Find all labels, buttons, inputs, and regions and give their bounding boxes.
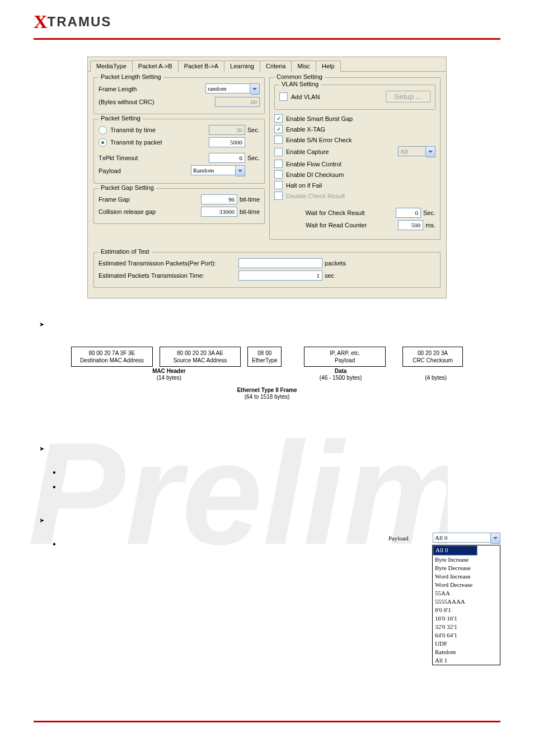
estimation-group: Estimation of Test Estimated Transmissio… bbox=[93, 252, 441, 288]
wait-check-input[interactable] bbox=[396, 208, 421, 218]
logo-text: TRAMUS bbox=[48, 14, 112, 29]
payload-combo-label: Payload bbox=[388, 535, 433, 542]
frame-length-label: Frame Length bbox=[99, 86, 205, 92]
tab-misc[interactable]: Misc bbox=[291, 60, 316, 72]
est-packets-unit: packets bbox=[325, 260, 346, 267]
est-packets-label: Estimated Transmission Packets(Per Port)… bbox=[99, 260, 238, 267]
payload-select[interactable] bbox=[191, 165, 236, 175]
tab-learning[interactable]: Learning bbox=[224, 60, 260, 72]
data-label: Data(46 - 1500 bytes) bbox=[289, 368, 392, 381]
transmit-packet-input[interactable] bbox=[209, 137, 245, 147]
wait-check-unit: Sec. bbox=[423, 209, 435, 216]
payload-option[interactable]: Word Increase bbox=[433, 572, 500, 581]
chevron-down-icon[interactable] bbox=[491, 533, 500, 544]
radio-transmit-time[interactable] bbox=[99, 126, 107, 134]
checkbox-disable-check bbox=[274, 192, 283, 200]
est-time-label: Estimated Packets Transmission Time: bbox=[99, 272, 238, 279]
packet-gap-group: Packet Gap Setting Frame Gapbit-time Col… bbox=[93, 188, 265, 224]
frame-length-select[interactable] bbox=[205, 83, 250, 94]
transmit-packet-label: Transmit by packet bbox=[110, 139, 209, 146]
txpkt-timeout-input[interactable] bbox=[209, 153, 245, 163]
wait-read-unit: ms. bbox=[425, 222, 435, 228]
transmit-time-input[interactable] bbox=[209, 125, 245, 135]
src-mac-cell: 80 00 20 20 3A AESource MAC Address bbox=[160, 347, 241, 367]
ethernet-frame-diagram: 80 00 20 7A 3F 3EDestination MAC Address… bbox=[71, 347, 463, 400]
payload-option[interactable]: 8'0 8'1 bbox=[433, 606, 500, 614]
chevron-down-icon[interactable] bbox=[250, 83, 260, 95]
packet-gap-legend: Packet Gap Setting bbox=[99, 184, 156, 191]
vlan-setting-group: VLAN Setting Add VLAN Setup ... bbox=[274, 85, 435, 110]
capture-label: Enable Capture bbox=[286, 148, 398, 155]
radio-transmit-packet[interactable] bbox=[99, 138, 107, 147]
mac-header-label: MAC Header(14 bytes) bbox=[71, 368, 267, 381]
capture-select[interactable] bbox=[398, 146, 426, 156]
bytes-crc-input[interactable] bbox=[215, 97, 260, 107]
ethernet-title: Ethernet Type II Frame(64 to 1518 bytes) bbox=[71, 387, 463, 400]
chevron-down-icon[interactable] bbox=[236, 165, 245, 176]
payload-option[interactable]: 5555AAAA bbox=[433, 598, 500, 606]
tab-mediatype[interactable]: MediaType bbox=[90, 60, 133, 72]
payload-option[interactable]: All 1 bbox=[433, 656, 500, 665]
checkbox-xtag[interactable] bbox=[274, 125, 283, 133]
settings-dialog: MediaType Packet A->B Packet B->A Learni… bbox=[87, 57, 447, 298]
packet-setting-legend: Packet Setting bbox=[99, 115, 143, 122]
collision-gap-label: Collision release gap bbox=[99, 208, 201, 215]
payload-listbox[interactable]: All 0Byte IncreaseByte DecreaseWord Incr… bbox=[432, 545, 500, 665]
payload-option[interactable]: 55AA bbox=[433, 589, 500, 598]
payload-option[interactable]: 32'0 32'1 bbox=[433, 623, 500, 631]
payload-option[interactable]: UDF bbox=[433, 640, 500, 648]
bullet bbox=[50, 517, 500, 520]
frame-gap-input[interactable] bbox=[201, 194, 237, 204]
payload-option[interactable]: Byte Decrease bbox=[433, 564, 500, 572]
payload-option[interactable]: All 0 bbox=[433, 545, 477, 556]
payload-cell: IP, ARP, etc.Payload bbox=[304, 347, 386, 367]
tab-help[interactable]: Help bbox=[316, 60, 341, 72]
frame-gap-unit: bit-time bbox=[240, 196, 260, 203]
smart-burst-label: Enable Smart Burst Gap bbox=[286, 115, 353, 122]
checkbox-add-vlan[interactable] bbox=[279, 92, 288, 101]
tab-criteria[interactable]: Criteria bbox=[260, 60, 292, 72]
payload-option[interactable]: Word Decrease bbox=[433, 581, 500, 589]
crc-cell: 00 20 20 3ACRC Checksum bbox=[402, 347, 463, 367]
payload-option[interactable]: 64'0 64'1 bbox=[433, 631, 500, 640]
bullet bbox=[50, 445, 500, 449]
est-time-unit: sec bbox=[325, 272, 334, 279]
bullet bbox=[50, 321, 500, 324]
sn-error-label: Enable S/N Error Check bbox=[286, 137, 352, 143]
common-setting-group: Common Setting VLAN Setting Add VLAN Set… bbox=[269, 77, 441, 240]
common-setting-legend: Common Setting bbox=[274, 73, 325, 80]
payload-label: Payload bbox=[99, 167, 191, 174]
payload-option[interactable]: Random bbox=[433, 648, 500, 656]
logo-x: X bbox=[34, 11, 48, 32]
tab-packet-ab[interactable]: Packet A->B bbox=[132, 60, 179, 72]
checkbox-smart-burst[interactable] bbox=[274, 114, 283, 123]
payload-option[interactable]: 16'0 16'1 bbox=[433, 614, 500, 623]
checkbox-capture[interactable] bbox=[274, 148, 283, 156]
packet-setting-group: Packet Setting Transmit by time Sec. Tra… bbox=[93, 119, 265, 184]
transmit-time-unit: Sec. bbox=[247, 127, 260, 133]
checkbox-halt-fail[interactable] bbox=[274, 181, 283, 189]
tab-packet-ba[interactable]: Packet B->A bbox=[178, 60, 224, 72]
collision-gap-unit: bit-time bbox=[240, 208, 260, 215]
checkbox-flow-control[interactable] bbox=[274, 160, 283, 168]
estimation-legend: Estimation of Test bbox=[99, 248, 152, 255]
setup-button[interactable]: Setup ... bbox=[386, 91, 430, 102]
transmit-time-label: Transmit by time bbox=[110, 127, 209, 133]
checkbox-sn-error[interactable] bbox=[274, 136, 283, 144]
bytes-crc-label: (Bytes without CRC) bbox=[99, 99, 215, 105]
wait-read-input[interactable] bbox=[398, 220, 423, 230]
dest-mac-cell: 80 00 20 7A 3F 3EDestination MAC Address bbox=[71, 347, 153, 367]
crc-size-label: (4 bytes) bbox=[409, 368, 463, 381]
checkbox-di-checksum[interactable] bbox=[274, 170, 283, 179]
packet-length-legend: Packet Length Setting bbox=[99, 73, 163, 80]
halt-fail-label: Halt on if Fail bbox=[286, 182, 322, 189]
payload-option[interactable]: Byte Increase bbox=[433, 556, 500, 564]
payload-combo-select[interactable] bbox=[433, 533, 491, 543]
payload-combo-figure: Payload All 0Byte IncreaseByte DecreaseW… bbox=[388, 533, 500, 665]
collision-gap-input[interactable] bbox=[201, 207, 237, 217]
est-time-input bbox=[238, 270, 322, 281]
chevron-down-icon[interactable] bbox=[426, 146, 435, 157]
vlan-setting-legend: VLAN Setting bbox=[279, 81, 321, 87]
dot bbox=[60, 471, 500, 474]
txpkt-timeout-unit: Sec. bbox=[247, 155, 260, 161]
